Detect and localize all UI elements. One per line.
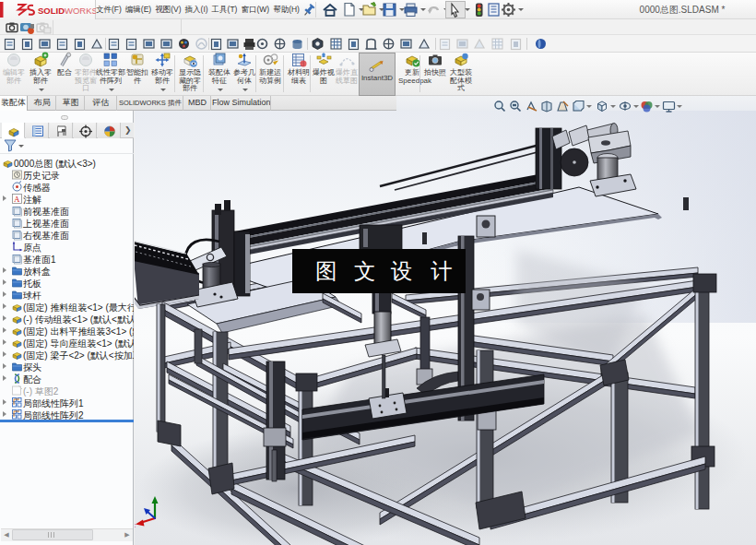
svg-text:计: 计 bbox=[431, 259, 453, 283]
svg-text:x: x bbox=[135, 521, 136, 529]
svg-text:WORKS: WORKS bbox=[65, 6, 96, 16]
svg-text:SOLID: SOLID bbox=[38, 6, 65, 16]
svg-text:设: 设 bbox=[390, 259, 413, 283]
svg-text:A: A bbox=[14, 195, 20, 204]
svg-text:文: 文 bbox=[354, 259, 376, 283]
svg-text:图: 图 bbox=[315, 259, 337, 283]
